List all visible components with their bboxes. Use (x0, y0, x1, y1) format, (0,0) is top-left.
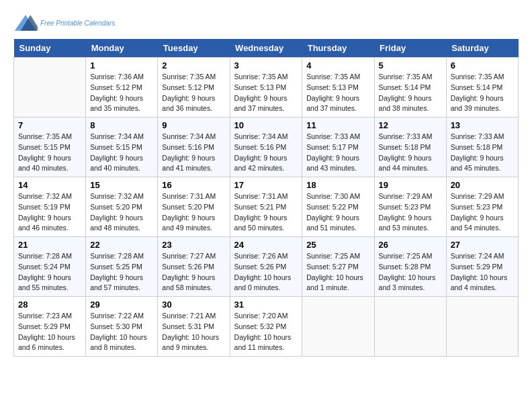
day-info: Sunrise: 7:28 AMSunset: 5:25 PMDaylight:… (90, 251, 153, 293)
day-info: Sunrise: 7:35 AMSunset: 5:14 PMDaylight:… (379, 72, 442, 114)
day-info: Sunrise: 7:28 AMSunset: 5:24 PMDaylight:… (18, 251, 81, 293)
calendar-cell: 22Sunrise: 7:28 AMSunset: 5:25 PMDayligh… (86, 237, 158, 297)
day-info: Sunrise: 7:29 AMSunset: 5:23 PMDaylight:… (379, 191, 442, 234)
day-info: Sunrise: 7:31 AMSunset: 5:20 PMDaylight:… (162, 191, 225, 234)
day-info: Sunrise: 7:24 AMSunset: 5:29 PMDaylight:… (451, 251, 514, 293)
calendar-cell: 4Sunrise: 7:35 AMSunset: 5:13 PMDaylight… (302, 58, 374, 118)
day-info: Sunrise: 7:25 AMSunset: 5:28 PMDaylight:… (379, 251, 442, 293)
col-saturday: Saturday (446, 39, 518, 58)
calendar-cell: 7Sunrise: 7:35 AMSunset: 5:15 PMDaylight… (14, 118, 86, 177)
col-thursday: Thursday (302, 39, 374, 58)
day-info: Sunrise: 7:29 AMSunset: 5:23 PMDaylight:… (451, 191, 514, 234)
day-info: Sunrise: 7:34 AMSunset: 5:15 PMDaylight:… (90, 132, 153, 174)
day-number: 8 (90, 120, 153, 130)
calendar-cell (14, 58, 86, 118)
day-info: Sunrise: 7:31 AMSunset: 5:21 PMDaylight:… (234, 191, 298, 234)
calendar-cell: 15Sunrise: 7:32 AMSunset: 5:20 PMDayligh… (86, 177, 158, 237)
day-number: 18 (306, 180, 369, 190)
day-info: Sunrise: 7:23 AMSunset: 5:29 PMDaylight:… (18, 311, 81, 353)
day-number: 16 (162, 180, 225, 190)
week-row-1: 1Sunrise: 7:36 AMSunset: 5:12 PMDaylight… (14, 58, 519, 118)
day-number: 10 (234, 120, 298, 130)
calendar-cell: 5Sunrise: 7:35 AMSunset: 5:14 PMDaylight… (374, 58, 446, 118)
day-info: Sunrise: 7:26 AMSunset: 5:26 PMDaylight:… (234, 251, 298, 293)
calendar-cell: 24Sunrise: 7:26 AMSunset: 5:26 PMDayligh… (230, 237, 302, 297)
day-number: 28 (18, 300, 81, 310)
day-number: 26 (379, 240, 442, 250)
calendar-cell: 23Sunrise: 7:27 AMSunset: 5:26 PMDayligh… (158, 237, 230, 297)
col-tuesday: Tuesday (158, 39, 230, 58)
day-info: Sunrise: 7:35 AMSunset: 5:12 PMDaylight:… (162, 72, 225, 114)
day-info: Sunrise: 7:35 AMSunset: 5:14 PMDaylight:… (451, 72, 514, 114)
day-number: 11 (306, 120, 369, 130)
day-number: 15 (90, 180, 153, 190)
day-number: 1 (90, 60, 153, 71)
day-info: Sunrise: 7:27 AMSunset: 5:26 PMDaylight:… (162, 251, 225, 293)
week-row-2: 7Sunrise: 7:35 AMSunset: 5:15 PMDaylight… (14, 118, 519, 177)
day-info: Sunrise: 7:21 AMSunset: 5:31 PMDaylight:… (162, 311, 225, 353)
day-number: 21 (18, 240, 81, 250)
col-wednesday: Wednesday (230, 39, 302, 58)
calendar-cell: 10Sunrise: 7:34 AMSunset: 5:16 PMDayligh… (230, 118, 302, 177)
day-info: Sunrise: 7:30 AMSunset: 5:22 PMDaylight:… (306, 191, 369, 234)
calendar-cell: 28Sunrise: 7:23 AMSunset: 5:29 PMDayligh… (14, 297, 86, 357)
week-row-3: 14Sunrise: 7:32 AMSunset: 5:19 PMDayligh… (14, 177, 519, 237)
day-info: Sunrise: 7:35 AMSunset: 5:13 PMDaylight:… (306, 72, 369, 114)
calendar-cell: 27Sunrise: 7:24 AMSunset: 5:29 PMDayligh… (446, 237, 518, 297)
page-header: Free Printable Calendars (13, 13, 519, 32)
day-number: 24 (234, 240, 298, 250)
day-number: 29 (90, 300, 153, 310)
calendar-cell: 18Sunrise: 7:30 AMSunset: 5:22 PMDayligh… (302, 177, 374, 237)
day-number: 12 (379, 120, 442, 130)
calendar-cell: 20Sunrise: 7:29 AMSunset: 5:23 PMDayligh… (446, 177, 518, 237)
calendar-cell: 8Sunrise: 7:34 AMSunset: 5:15 PMDaylight… (86, 118, 158, 177)
day-number: 14 (18, 180, 81, 190)
calendar-cell: 21Sunrise: 7:28 AMSunset: 5:24 PMDayligh… (14, 237, 86, 297)
day-info: Sunrise: 7:25 AMSunset: 5:27 PMDaylight:… (306, 251, 369, 293)
calendar-cell: 12Sunrise: 7:33 AMSunset: 5:18 PMDayligh… (374, 118, 446, 177)
day-number: 17 (234, 180, 298, 190)
col-sunday: Sunday (14, 39, 86, 58)
calendar-cell: 29Sunrise: 7:22 AMSunset: 5:30 PMDayligh… (86, 297, 158, 357)
day-number: 22 (90, 240, 153, 250)
calendar-cell (374, 297, 446, 357)
day-info: Sunrise: 7:35 AMSunset: 5:15 PMDaylight:… (18, 132, 81, 174)
day-info: Sunrise: 7:22 AMSunset: 5:30 PMDaylight:… (90, 311, 153, 353)
header-row: Sunday Monday Tuesday Wednesday Thursday… (14, 39, 519, 58)
calendar-cell: 14Sunrise: 7:32 AMSunset: 5:19 PMDayligh… (14, 177, 86, 237)
day-number: 23 (162, 240, 225, 250)
calendar-table: Sunday Monday Tuesday Wednesday Thursday… (13, 39, 519, 357)
col-monday: Monday (86, 39, 158, 58)
day-info: Sunrise: 7:34 AMSunset: 5:16 PMDaylight:… (234, 132, 298, 174)
day-number: 2 (162, 60, 225, 71)
day-number: 19 (379, 180, 442, 190)
day-info: Sunrise: 7:32 AMSunset: 5:20 PMDaylight:… (90, 191, 153, 234)
calendar-cell: 31Sunrise: 7:20 AMSunset: 5:32 PMDayligh… (230, 297, 302, 357)
calendar-cell: 9Sunrise: 7:34 AMSunset: 5:16 PMDaylight… (158, 118, 230, 177)
week-row-4: 21Sunrise: 7:28 AMSunset: 5:24 PMDayligh… (14, 237, 519, 297)
calendar-cell: 25Sunrise: 7:25 AMSunset: 5:27 PMDayligh… (302, 237, 374, 297)
logo: Free Printable Calendars (13, 13, 115, 32)
day-number: 5 (379, 60, 442, 71)
calendar-cell (446, 297, 518, 357)
calendar-cell: 17Sunrise: 7:31 AMSunset: 5:21 PMDayligh… (230, 177, 302, 237)
day-number: 9 (162, 120, 225, 130)
calendar-cell: 16Sunrise: 7:31 AMSunset: 5:20 PMDayligh… (158, 177, 230, 237)
day-number: 3 (234, 60, 298, 71)
logo-icon (13, 13, 38, 32)
calendar-cell: 11Sunrise: 7:33 AMSunset: 5:17 PMDayligh… (302, 118, 374, 177)
day-info: Sunrise: 7:33 AMSunset: 5:17 PMDaylight:… (306, 132, 369, 174)
day-number: 30 (162, 300, 225, 310)
day-number: 13 (451, 120, 514, 130)
day-number: 6 (451, 60, 514, 71)
day-info: Sunrise: 7:33 AMSunset: 5:18 PMDaylight:… (379, 132, 442, 174)
logo-tagline: Free Printable Calendars (40, 19, 115, 27)
day-number: 31 (234, 300, 298, 310)
day-info: Sunrise: 7:36 AMSunset: 5:12 PMDaylight:… (90, 72, 153, 114)
day-number: 7 (18, 120, 81, 130)
day-number: 27 (451, 240, 514, 250)
calendar-cell: 19Sunrise: 7:29 AMSunset: 5:23 PMDayligh… (374, 177, 446, 237)
day-info: Sunrise: 7:20 AMSunset: 5:32 PMDaylight:… (234, 311, 298, 353)
calendar-cell: 6Sunrise: 7:35 AMSunset: 5:14 PMDaylight… (446, 58, 518, 118)
calendar-cell: 30Sunrise: 7:21 AMSunset: 5:31 PMDayligh… (158, 297, 230, 357)
